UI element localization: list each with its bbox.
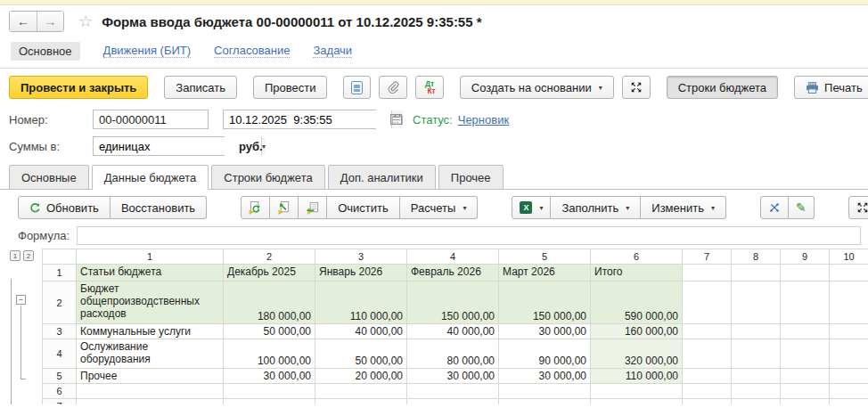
- grid-cell-value[interactable]: [499, 384, 591, 399]
- change-button[interactable]: Изменить ▾: [641, 196, 726, 219]
- grid-cell-value[interactable]: 30 000,00: [407, 369, 499, 384]
- column-header[interactable]: 8: [732, 249, 781, 265]
- grid-cell[interactable]: [830, 399, 868, 405]
- grid-cell-value[interactable]: 30 000,00: [224, 369, 315, 384]
- row-number[interactable]: 2: [43, 282, 77, 324]
- row-number[interactable]: 4: [43, 339, 77, 369]
- grid-cell[interactable]: [683, 384, 732, 399]
- column-header[interactable]: 3: [315, 249, 407, 265]
- group-level-2-button[interactable]: 2: [23, 250, 34, 261]
- grid-cell-value[interactable]: [407, 384, 499, 399]
- tab-extra-analytics[interactable]: Доп. аналитики: [328, 165, 436, 190]
- tab-budget-rows[interactable]: Строки бюджета: [211, 165, 324, 190]
- attachments-button[interactable]: [379, 76, 407, 99]
- tab-main[interactable]: Основные: [9, 165, 89, 190]
- group-level-1-button[interactable]: 1: [10, 250, 20, 261]
- grid-cell[interactable]: [830, 282, 868, 324]
- date-input[interactable]: [224, 110, 391, 128]
- row-number[interactable]: 1: [43, 265, 77, 282]
- tab-other[interactable]: Прочее: [438, 165, 504, 190]
- column-header[interactable]: 2: [224, 249, 315, 265]
- grid-cell[interactable]: [781, 369, 830, 384]
- nav-link-movements[interactable]: Движения (БИТ): [103, 45, 191, 59]
- grid-cell[interactable]: [683, 369, 732, 384]
- grid-cell[interactable]: [683, 399, 732, 405]
- grid-cell-value[interactable]: [315, 399, 407, 405]
- grid-cell-value[interactable]: [499, 399, 591, 405]
- grid-header-cell[interactable]: Итого: [591, 265, 683, 282]
- grid-cell-value[interactable]: 590 000,00: [591, 282, 683, 324]
- grid-cell[interactable]: [732, 324, 781, 339]
- grid-cell-value[interactable]: 50 000,00: [224, 324, 315, 339]
- grid-header-cell[interactable]: Март 2026: [499, 265, 591, 282]
- reload-document-button[interactable]: [241, 196, 270, 219]
- grid-cell[interactable]: [732, 339, 781, 369]
- grid-cell-value[interactable]: 150 000,00: [499, 282, 591, 324]
- accounting-entries-button[interactable]: ДтКт: [415, 76, 443, 99]
- grid-cell-value[interactable]: 30 000,00: [499, 324, 591, 339]
- grid-cell-label[interactable]: Коммунальные услуги: [77, 324, 224, 339]
- row-number[interactable]: 6: [43, 384, 77, 399]
- grid-cell-label[interactable]: Ослуживание оборудования: [77, 339, 224, 369]
- number-input[interactable]: [93, 110, 209, 129]
- grid-cell-value[interactable]: 20 000,00: [315, 369, 407, 384]
- grid-cell[interactable]: [732, 384, 781, 399]
- grid-cell-label[interactable]: [77, 384, 224, 399]
- grid-cell[interactable]: [830, 339, 868, 369]
- nav-link-approval[interactable]: Согласование: [214, 45, 290, 59]
- row-number[interactable]: 7: [43, 399, 77, 405]
- grid-cell-value[interactable]: 80 000,00: [407, 339, 499, 369]
- grid-cell-value[interactable]: [315, 384, 407, 399]
- grid-cell-label[interactable]: [77, 399, 224, 405]
- grid-cell-label[interactable]: Бюджет общепроизводственных расходов: [77, 282, 224, 324]
- grid-cell[interactable]: [781, 384, 830, 399]
- grid-cell-value[interactable]: [591, 399, 683, 405]
- tab-budget-data[interactable]: Данные бюджета: [92, 165, 209, 190]
- column-header[interactable]: 10: [830, 249, 868, 265]
- subordination-structure-button[interactable]: [343, 76, 371, 99]
- grid-cell-value[interactable]: [591, 384, 683, 399]
- row-number[interactable]: 5: [43, 369, 77, 384]
- budget-rows-button[interactable]: Строки бюджета: [667, 76, 778, 99]
- nav-link-tasks[interactable]: Задачи: [313, 45, 352, 59]
- status-link[interactable]: Черновик: [458, 113, 509, 126]
- grid-cell[interactable]: [830, 384, 868, 399]
- fill-button[interactable]: Заполнить ▾: [551, 196, 641, 219]
- grid-header-cell[interactable]: Декабрь 2025: [224, 265, 315, 282]
- grid-cell[interactable]: [830, 324, 868, 339]
- grid-cell[interactable]: [781, 265, 830, 282]
- grid-header-cell[interactable]: Статьи бюджета: [77, 265, 224, 282]
- grid-cell-value[interactable]: 320 000,00: [591, 339, 683, 369]
- grid-cell-value[interactable]: 150 000,00: [407, 282, 499, 324]
- collapse-group-button[interactable]: −: [16, 295, 26, 305]
- grid-cell-value[interactable]: [224, 384, 315, 399]
- edit-cell-button[interactable]: ✎: [789, 196, 815, 219]
- units-input[interactable]: [94, 137, 261, 155]
- import-document-button[interactable]: [270, 196, 299, 219]
- row-number[interactable]: 3: [43, 324, 77, 339]
- forward-button[interactable]: →: [37, 12, 63, 31]
- grid-cell[interactable]: [683, 282, 732, 324]
- swap-rows-columns-button[interactable]: [760, 196, 789, 219]
- grid-cell[interactable]: [732, 399, 781, 405]
- row-header-corner[interactable]: [43, 249, 77, 265]
- grid-cell[interactable]: [732, 282, 781, 324]
- restore-button[interactable]: Восстановить: [111, 196, 207, 219]
- grid-cell-value[interactable]: 180 000,00: [224, 282, 315, 324]
- grid-cell[interactable]: [732, 369, 781, 384]
- grid-cell[interactable]: [781, 324, 830, 339]
- favorite-star-icon[interactable]: ☆: [78, 13, 93, 29]
- column-header[interactable]: 1: [77, 249, 224, 265]
- grid-cell-value[interactable]: 50 000,00: [315, 339, 407, 369]
- calculations-button[interactable]: Расчеты ▾: [400, 196, 479, 219]
- grid-cell[interactable]: [732, 265, 781, 282]
- grid-cell-value[interactable]: [407, 399, 499, 405]
- column-header[interactable]: 9: [781, 249, 830, 265]
- status-list-icon[interactable]: [390, 114, 402, 125]
- grid-header-cell[interactable]: Январь 2026: [315, 265, 407, 282]
- grid-cell[interactable]: [683, 339, 732, 369]
- formula-input[interactable]: [77, 226, 861, 245]
- grid-cell[interactable]: [683, 324, 732, 339]
- grid-cell-value[interactable]: 40 000,00: [315, 324, 407, 339]
- save-button[interactable]: Записать: [164, 76, 237, 99]
